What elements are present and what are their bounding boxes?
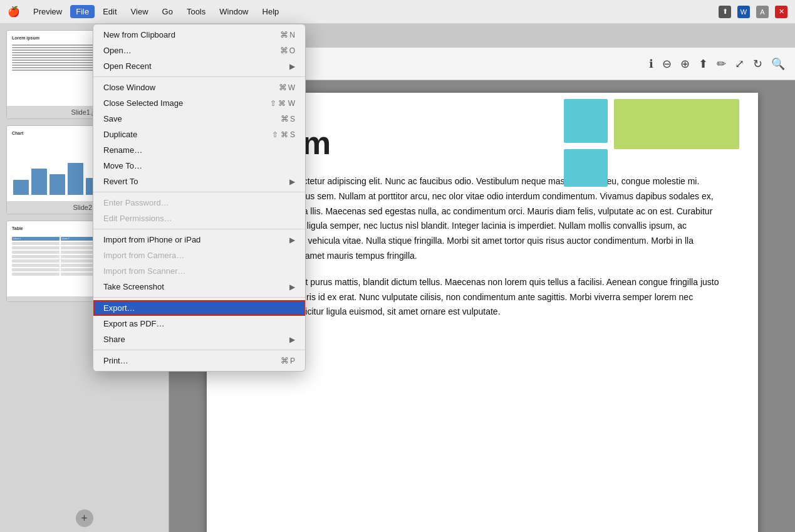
upload-icon[interactable]: ⬆ (719, 6, 731, 18)
document-body-2: ectus, lobortis et purus mattis, blandit… (244, 275, 720, 320)
menu-item-share-label: Share (103, 335, 289, 344)
menubar-help[interactable]: Help (257, 5, 285, 18)
menubar-file[interactable]: File (70, 5, 95, 18)
menu-item-print-shortcut: ⌘ P (281, 356, 295, 365)
menu-item-close-window-shortcut: ⌘ W (279, 83, 295, 92)
menu-separator-1 (93, 76, 305, 77)
menu-item-import-iphone-label: Import from iPhone or iPad (103, 235, 289, 244)
menu-item-take-screenshot-label: Take Screenshot (103, 282, 289, 291)
share-icon[interactable]: ⬆ (699, 57, 708, 71)
search-icon[interactable]: 🔍 (771, 57, 785, 71)
revert-to-arrow: ▶ (289, 177, 295, 186)
menu-item-close-window-label: Close Window (103, 83, 260, 92)
menu-item-import-scanner-label: Import from Scanner… (103, 266, 295, 276)
menu-item-save-shortcut: ⌘ S (281, 114, 295, 123)
menu-item-new-clipboard-shortcut: ⌘ N (280, 30, 295, 39)
import-iphone-arrow: ▶ (289, 236, 295, 244)
menu-item-duplicate-label: Duplicate (103, 130, 253, 139)
menu-item-duplicate-shortcut: ⇧ ⌘ S (272, 130, 295, 139)
menubar-go[interactable]: Go (157, 5, 179, 18)
zoom-out-icon[interactable]: ⊖ (662, 57, 672, 71)
menubar-window[interactable]: Window (214, 5, 254, 18)
menu-item-close-selected-label: Close Selected Image (103, 98, 251, 108)
menu-item-revert-to[interactable]: Revert To ▶ (93, 174, 305, 189)
file-menu-dropdown: New from Clipboard ⌘ N Open… ⌘ O Open Re… (93, 24, 306, 372)
apple-menu-icon[interactable]: 🍎 (8, 6, 20, 18)
menu-item-edit-permissions: Edit Permissions… (93, 211, 305, 226)
menu-item-rename-label: Rename… (103, 145, 295, 155)
menu-item-export-pdf[interactable]: Export as PDF… (93, 316, 305, 331)
document-body-1: sit amet, consectetur adipiscing elit. N… (244, 174, 720, 264)
menubar-tools[interactable]: Tools (181, 5, 211, 18)
menu-item-rename[interactable]: Rename… (93, 142, 305, 158)
menu-item-take-screenshot[interactable]: Take Screenshot ▶ (93, 279, 305, 295)
menu-item-print[interactable]: Print… ⌘ P (93, 353, 305, 368)
toolbar-icons: ℹ ⊖ ⊕ ⬆ ✏ ⤢ ↻ 🔍 (649, 57, 785, 71)
info-icon[interactable]: ℹ (649, 57, 653, 71)
expand-icon[interactable]: ⤢ (735, 57, 744, 71)
add-page-button[interactable]: + (76, 509, 93, 527)
menu-item-export[interactable]: Export… (93, 300, 305, 316)
menu-item-export-label: Export… (103, 303, 295, 313)
menu-item-import-camera-label: Import from Camera… (103, 251, 295, 260)
menu-item-revert-to-label: Revert To (103, 177, 289, 186)
menu-item-new-clipboard[interactable]: New from Clipboard ⌘ N (93, 27, 305, 43)
menu-item-close-window[interactable]: Close Window ⌘ W (93, 80, 305, 95)
menu-item-export-pdf-label: Export as PDF… (103, 319, 295, 328)
share-arrow: ▶ (289, 335, 295, 344)
sticky-note-blue-bottom (564, 149, 608, 187)
menubar: 🍎 Preview File Edit View Go Tools Window… (0, 0, 795, 24)
rotate-icon[interactable]: ↻ (753, 57, 762, 71)
menu-item-import-iphone[interactable]: Import from iPhone or iPad ▶ (93, 232, 305, 248)
menu-separator-4 (93, 297, 305, 298)
sticky-note-green (614, 99, 739, 149)
menu-item-share[interactable]: Share ▶ (93, 331, 305, 347)
pencil-icon[interactable]: ✏ (717, 57, 726, 71)
menu-item-import-scanner: Import from Scanner… (93, 263, 305, 279)
x-icon[interactable]: ✕ (775, 6, 787, 18)
a-icon[interactable]: A (756, 6, 769, 18)
menu-item-import-camera: Import from Camera… (93, 248, 305, 263)
thumb-table-title: Table (12, 226, 23, 231)
menubar-view[interactable]: View (125, 5, 154, 18)
menu-item-print-label: Print… (103, 356, 262, 365)
menu-item-open-label: Open… (103, 46, 261, 55)
menu-item-duplicate[interactable]: Duplicate ⇧ ⌘ S (93, 127, 305, 142)
open-recent-arrow: ▶ (289, 62, 295, 71)
sticky-note-blue-top (564, 99, 608, 143)
menubar-edit[interactable]: Edit (97, 5, 122, 18)
menu-item-move-to[interactable]: Move To… (93, 158, 305, 174)
menu-item-enter-password-label: Enter Password… (103, 198, 295, 207)
menubar-preview[interactable]: Preview (28, 5, 68, 18)
menu-item-open-recent-label: Open Recent (103, 61, 289, 71)
menu-item-move-to-label: Move To… (103, 161, 295, 170)
take-screenshot-arrow: ▶ (289, 283, 295, 291)
menu-item-save-label: Save (103, 114, 262, 123)
menu-item-enter-password: Enter Password… (93, 195, 305, 211)
menu-item-new-clipboard-label: New from Clipboard (103, 30, 261, 39)
thumb-chart-title: Chart (12, 131, 23, 135)
w-icon[interactable]: W (737, 6, 750, 18)
menu-item-save[interactable]: Save ⌘ S (93, 111, 305, 127)
zoom-in-icon[interactable]: ⊕ (680, 57, 690, 71)
thumb-title-text: Lorem ipsum (12, 36, 39, 40)
menu-separator-3 (93, 229, 305, 229)
menu-separator-2 (93, 192, 305, 192)
menu-item-close-selected-shortcut: ⇧ ⌘ W (270, 99, 295, 108)
menu-item-close-selected[interactable]: Close Selected Image ⇧ ⌘ W (93, 95, 305, 111)
menu-item-open[interactable]: Open… ⌘ O (93, 43, 305, 58)
menu-item-open-shortcut: ⌘ O (280, 46, 295, 55)
menu-item-edit-permissions-label: Edit Permissions… (103, 214, 295, 223)
menu-separator-5 (93, 350, 305, 350)
menu-item-open-recent[interactable]: Open Recent ▶ (93, 58, 305, 74)
menubar-right-icons: ⬆ W A ✕ (719, 6, 787, 18)
